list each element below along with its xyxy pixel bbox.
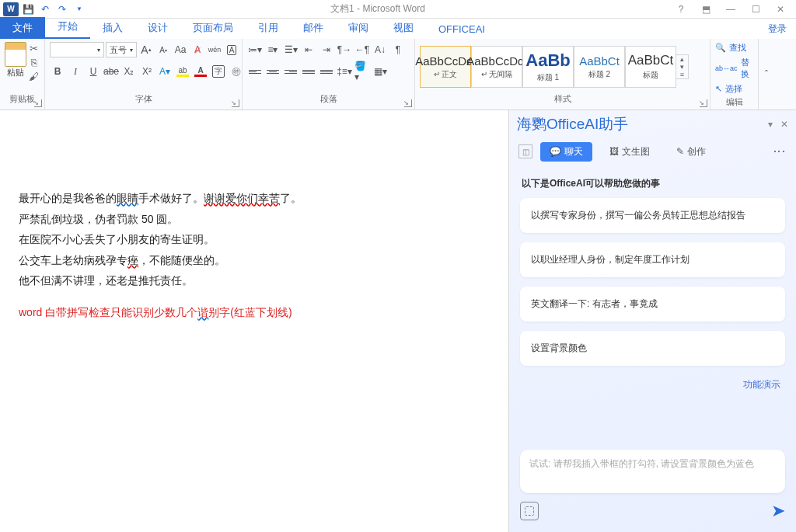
change-case-icon[interactable]: Aa — [173, 42, 188, 57]
doc-line[interactable]: 严禁乱倒垃圾，伪者罚款 50 圆。 — [19, 209, 435, 230]
replace-button[interactable]: ab↔ac替换 — [715, 57, 753, 80]
maximize-icon[interactable]: ☐ — [746, 4, 765, 15]
sort-icon[interactable]: A↓ — [372, 42, 388, 57]
prompt-input[interactable]: 试试: 请帮我插入带框的打勾符, 请设置背景颜色为蓝色 — [520, 450, 785, 493]
panel-close-icon[interactable]: ✕ — [780, 119, 788, 130]
paste-button[interactable]: 粘贴 — [5, 42, 26, 82]
align-center-icon[interactable] — [265, 64, 281, 79]
rtl-icon[interactable]: ←¶ — [354, 42, 370, 57]
tab-view[interactable]: 视图 — [381, 17, 426, 39]
bullets-icon[interactable]: ≔▾ — [247, 42, 263, 57]
borders-icon[interactable]: ▦▾ — [372, 64, 388, 79]
superscript-button[interactable]: X² — [139, 64, 155, 79]
copy-icon[interactable]: ⎘ — [28, 56, 40, 68]
multilevel-icon[interactable]: ☰▾ — [283, 42, 298, 57]
doc-line[interactable] — [19, 291, 435, 302]
grow-font-icon[interactable]: A▴ — [138, 42, 154, 57]
para-launcher-icon[interactable] — [404, 99, 412, 107]
paste-icon — [5, 42, 26, 67]
ribbon-tabs: 文件 开始 插入 设计 页面布局 引用 邮件 审阅 视图 OFFICEAI 登录 — [0, 19, 796, 39]
suggestion-card[interactable]: 以撰写专家身份，撰写一偏公务员转正思想总结报告 — [520, 198, 785, 233]
doc-line-red[interactable]: word 白带拼写检查只能识别少数几个谐别字(红蓝下划线) — [19, 302, 435, 323]
ai-tab-chat[interactable]: 💬聊天 — [540, 142, 592, 162]
underline-button[interactable]: U — [86, 64, 101, 79]
styles-launcher-icon[interactable] — [700, 99, 707, 107]
ribbon-options-icon[interactable]: ⬒ — [696, 4, 715, 15]
align-justify-icon[interactable] — [301, 64, 316, 79]
doc-line[interactable]: 最开心的是我爸爸的眼睛手术做好了。谢谢爱你们幸苦了。 — [19, 188, 435, 209]
document-area[interactable]: 最开心的是我爸爸的眼睛手术做好了。谢谢爱你们幸苦了。 严禁乱倒垃圾，伪者罚款 5… — [0, 110, 508, 532]
doc-line[interactable]: 公交车上老幼病残孕专痤，不能随便坐的。 — [19, 250, 435, 271]
font-size-combo[interactable]: 五号▾ — [106, 42, 137, 57]
tab-insert[interactable]: 插入 — [90, 17, 135, 39]
font-launcher-icon[interactable] — [232, 99, 239, 107]
clipboard-launcher-icon[interactable] — [34, 99, 42, 107]
style-normal[interactable]: AaBbCcDdl↵ 正文 — [420, 46, 471, 88]
minimize-icon[interactable]: — — [721, 4, 740, 15]
char-shading-icon[interactable]: 字 — [211, 64, 226, 79]
shrink-font-icon[interactable]: A▾ — [155, 42, 171, 57]
kebab-icon[interactable]: ⋮ — [772, 145, 787, 158]
select-button[interactable]: ↖选择 — [715, 83, 742, 95]
bold-button[interactable]: B — [50, 64, 65, 79]
numbering-icon[interactable]: ≡▾ — [265, 42, 281, 57]
enclose-char-icon[interactable]: ㊕ — [229, 64, 244, 79]
style-nospacing[interactable]: AaBbCcDdl↵ 无间隔 — [471, 46, 522, 88]
subscript-button[interactable]: X₂ — [121, 64, 137, 79]
tab-home[interactable]: 开始 — [45, 16, 90, 39]
ai-tab-create[interactable]: ✎创作 — [667, 142, 715, 162]
ltr-icon[interactable]: ¶→ — [337, 42, 352, 57]
style-heading1[interactable]: AaBb标题 1 — [522, 46, 574, 88]
font-color-button[interactable]: A — [193, 64, 208, 79]
undo-icon[interactable]: ↶ — [37, 2, 53, 17]
tab-references[interactable]: 引用 — [246, 17, 291, 39]
char-border-icon[interactable]: A — [224, 42, 239, 57]
format-painter-icon[interactable]: 🖌 — [28, 70, 40, 82]
style-heading2[interactable]: AaBbCt标题 2 — [574, 46, 625, 88]
close-icon[interactable]: ✕ — [771, 4, 790, 15]
collapse-ribbon-icon[interactable]: ˆ — [759, 39, 774, 110]
suggestion-card[interactable]: 设置背景颜色 — [520, 331, 785, 366]
styles-more[interactable]: ▴▾≡ — [676, 54, 689, 79]
qat-customize-icon[interactable]: ▼ — [72, 2, 87, 17]
show-marks-icon[interactable]: ¶ — [390, 42, 406, 57]
indent-inc-icon[interactable]: ⇥ — [319, 42, 334, 57]
cut-icon[interactable]: ✂ — [28, 42, 40, 54]
align-right-icon[interactable] — [283, 64, 298, 79]
doc-line[interactable]: 在医院不小心丢失了小朋友的寄生证明。 — [19, 229, 435, 250]
align-distribute-icon[interactable] — [319, 64, 334, 79]
italic-button[interactable]: I — [68, 64, 83, 79]
send-icon[interactable]: ➤ — [771, 501, 785, 521]
style-title[interactable]: AaBbCt标题 — [625, 46, 676, 88]
cube-icon[interactable]: ◫ — [518, 144, 532, 158]
demo-link[interactable]: 功能演示 — [520, 375, 785, 395]
highlight-button[interactable]: ab — [175, 64, 190, 79]
find-button[interactable]: 🔍查找 — [715, 42, 746, 54]
sign-in-link[interactable]: 登录 — [759, 19, 796, 39]
strike-button[interactable]: abe — [103, 64, 119, 79]
redo-icon[interactable]: ↷ — [54, 2, 70, 17]
help-icon[interactable]: ? — [672, 4, 690, 15]
tab-design[interactable]: 设计 — [135, 17, 180, 39]
text-effects-icon[interactable]: A▾ — [157, 64, 173, 79]
indent-dec-icon[interactable]: ⇤ — [301, 42, 316, 57]
tab-file[interactable]: 文件 — [0, 17, 45, 39]
line-spacing-icon[interactable]: ‡≡▾ — [337, 64, 352, 79]
suggestion-card[interactable]: 以职业经理人身份，制定年度工作计划 — [520, 242, 785, 277]
tab-officeai[interactable]: OFFICEAI — [426, 19, 498, 39]
clear-format-icon[interactable]: A̷ — [190, 42, 205, 57]
align-left-icon[interactable] — [247, 64, 263, 79]
page[interactable]: 最开心的是我爸爸的眼睛手术做好了。谢谢爱你们幸苦了。 严禁乱倒垃圾，伪者罚款 5… — [0, 118, 451, 339]
shading-icon[interactable]: 🪣▾ — [354, 64, 370, 79]
ai-tab-image[interactable]: 🖼文生图 — [600, 142, 659, 162]
doc-line[interactable]: 他不但满不讲理，还老是推托责任。 — [19, 270, 435, 291]
tab-layout[interactable]: 页面布局 — [180, 17, 246, 39]
save-icon[interactable]: 💾 — [20, 2, 36, 17]
phonetic-guide-icon[interactable]: wén — [207, 42, 222, 57]
suggestion-card[interactable]: 英文翻译一下: 有志者，事竟成 — [520, 287, 785, 322]
font-name-combo[interactable]: ▾ — [50, 42, 104, 57]
tab-review[interactable]: 审阅 — [336, 17, 381, 39]
tab-mailings[interactable]: 邮件 — [291, 17, 336, 39]
scan-icon[interactable] — [520, 502, 539, 520]
pin-icon[interactable]: ▾ — [768, 119, 773, 130]
